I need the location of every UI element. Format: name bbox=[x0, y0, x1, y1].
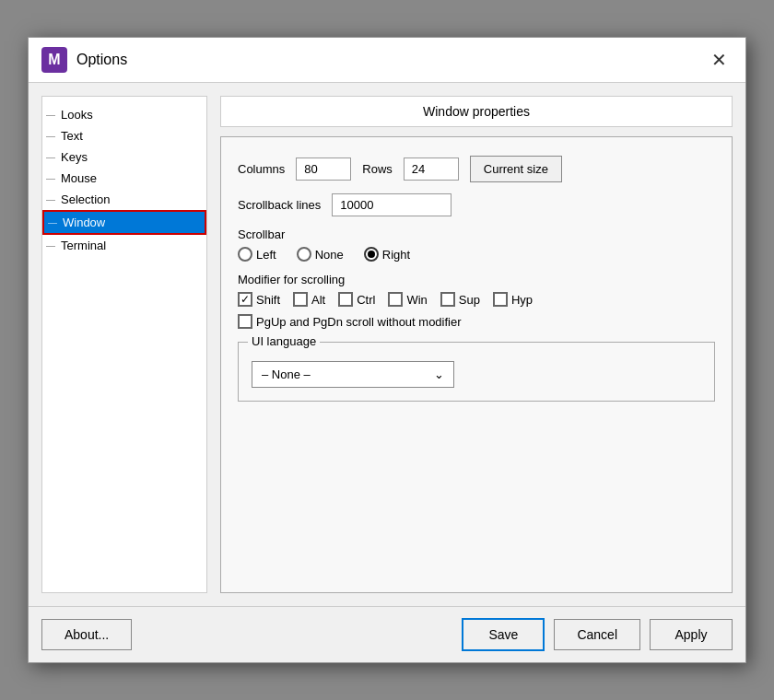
scrollback-row: Scrollback lines bbox=[238, 193, 715, 216]
modifier-ctrl-label: Ctrl bbox=[357, 293, 375, 307]
modifier-alt-option[interactable]: Alt bbox=[293, 292, 325, 307]
modifier-sup-option[interactable]: Sup bbox=[440, 292, 480, 307]
sidebar-item-mouse[interactable]: Mouse bbox=[42, 168, 206, 189]
modifier-hyp-option[interactable]: Hyp bbox=[493, 292, 533, 307]
scrollback-input[interactable] bbox=[332, 193, 452, 216]
sidebar-item-text[interactable]: Text bbox=[42, 125, 206, 146]
sidebar-item-terminal[interactable]: Terminal bbox=[42, 235, 206, 256]
title-bar: M Options ✕ bbox=[29, 38, 745, 83]
scrollbar-radio-group: Left None Right bbox=[238, 247, 715, 262]
chevron-down-icon: ⌄ bbox=[434, 368, 444, 381]
current-size-button[interactable]: Current size bbox=[470, 156, 562, 182]
modifier-ctrl-checkbox[interactable] bbox=[338, 292, 353, 307]
scrollbar-section: Scrollbar Left None bbox=[238, 228, 715, 262]
sidebar: LooksTextKeysMouseSelectionWindowTermina… bbox=[41, 96, 207, 593]
save-button[interactable]: Save bbox=[462, 618, 545, 651]
modifier-shift-label: Shift bbox=[256, 293, 280, 307]
pgup-option[interactable]: PgUp and PgDn scroll without modifier bbox=[238, 314, 462, 329]
modifier-hyp-label: Hyp bbox=[511, 293, 533, 307]
modifier-win-label: Win bbox=[406, 293, 427, 307]
sidebar-item-window[interactable]: Window bbox=[42, 210, 206, 235]
section-header: Window properties bbox=[220, 96, 733, 127]
ui-language-section: UI language – None – ⌄ bbox=[238, 342, 715, 402]
scrollbar-none-label: None bbox=[315, 248, 344, 262]
ui-language-label: UI language bbox=[248, 334, 320, 348]
modifier-label: Modifier for scrolling bbox=[238, 273, 715, 286]
modifier-alt-label: Alt bbox=[311, 293, 325, 307]
modifier-ctrl-option[interactable]: Ctrl bbox=[338, 292, 375, 307]
modifier-sup-checkbox[interactable] bbox=[440, 292, 455, 307]
cancel-button[interactable]: Cancel bbox=[554, 619, 640, 650]
modifier-win-checkbox[interactable] bbox=[388, 292, 403, 307]
options-dialog: M Options ✕ LooksTextKeysMouseSelectionW… bbox=[28, 37, 746, 663]
sidebar-item-keys[interactable]: Keys bbox=[42, 146, 206, 168]
scrollbar-right-radio[interactable] bbox=[364, 247, 379, 262]
ui-language-dropdown[interactable]: – None – ⌄ bbox=[252, 361, 454, 388]
apply-button[interactable]: Apply bbox=[650, 619, 733, 650]
rows-input[interactable] bbox=[404, 158, 459, 181]
dialog-footer: About... Save Cancel Apply bbox=[29, 606, 745, 662]
scrollbar-right-label: Right bbox=[382, 248, 410, 262]
columns-input[interactable] bbox=[296, 158, 351, 181]
about-button[interactable]: About... bbox=[41, 619, 132, 650]
default-size-row: Columns Rows Current size bbox=[238, 156, 715, 182]
pgup-row: PgUp and PgDn scroll without modifier bbox=[238, 314, 715, 329]
scrollbar-label: Scrollbar bbox=[238, 228, 715, 241]
scrollbar-left-option[interactable]: Left bbox=[238, 247, 276, 262]
sidebar-item-selection[interactable]: Selection bbox=[42, 189, 206, 210]
modifier-row: Shift Alt Ctrl bbox=[238, 292, 715, 307]
dialog-title: Options bbox=[76, 52, 697, 68]
pgup-checkbox[interactable] bbox=[238, 314, 252, 329]
modifier-section: Modifier for scrolling Shift Alt bbox=[238, 273, 715, 329]
scrollbar-none-option[interactable]: None bbox=[297, 247, 344, 262]
scrollbar-left-radio[interactable] bbox=[238, 247, 252, 262]
scrollbar-right-option[interactable]: Right bbox=[364, 247, 410, 262]
modifier-shift-checkbox[interactable] bbox=[238, 292, 252, 307]
main-panel: Window properties Columns Rows Current s… bbox=[220, 96, 733, 593]
modifier-sup-label: Sup bbox=[459, 293, 480, 307]
app-logo: M bbox=[41, 47, 67, 73]
scrollbar-none-radio[interactable] bbox=[297, 247, 311, 262]
rows-label: Rows bbox=[362, 162, 393, 176]
scrollback-label: Scrollback lines bbox=[238, 198, 321, 212]
pgup-label: PgUp and PgDn scroll without modifier bbox=[256, 315, 462, 329]
columns-label: Columns bbox=[238, 162, 285, 176]
scrollbar-left-label: Left bbox=[256, 248, 276, 262]
modifier-alt-checkbox[interactable] bbox=[293, 292, 308, 307]
modifier-hyp-checkbox[interactable] bbox=[493, 292, 508, 307]
modifier-shift-option[interactable]: Shift bbox=[238, 292, 280, 307]
sidebar-item-looks[interactable]: Looks bbox=[42, 104, 206, 125]
modifier-win-option[interactable]: Win bbox=[388, 292, 427, 307]
dialog-body: LooksTextKeysMouseSelectionWindowTermina… bbox=[29, 83, 745, 606]
close-button[interactable]: ✕ bbox=[706, 49, 733, 71]
ui-language-value: – None – bbox=[262, 368, 311, 381]
